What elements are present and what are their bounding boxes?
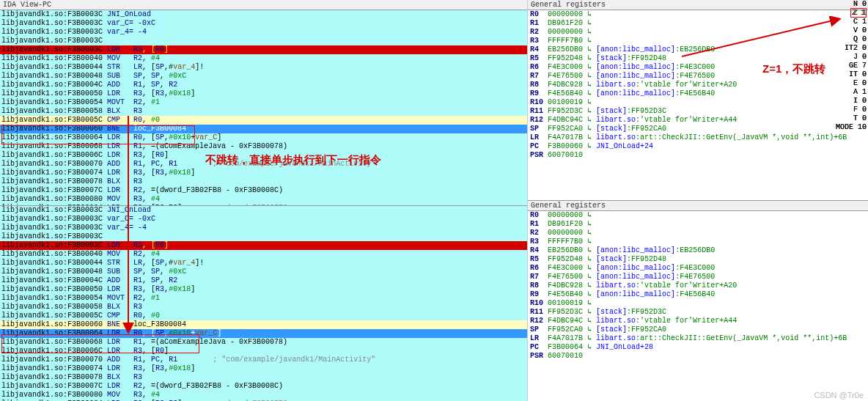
register-row[interactable]: R1 DB961F20 ↳	[528, 220, 868, 229]
left-column: IDA View-PC libjavandk1.so:F3B0003C JNI_…	[0, 0, 528, 401]
disasm-line[interactable]: libjavandk1.so:F3B0003C JNI_OnLoad	[0, 10, 527, 19]
disasm-line[interactable]: libjavandk1.so:F3B00074 LDR R3, [R3,#0x1…	[0, 169, 527, 177]
register-row[interactable]: PC F3B00064 ↳ JNI_OnLoad+28	[528, 343, 868, 352]
disasm-line[interactable]: libjavandk1.so:F3B0004C ADD R1, SP, R2	[0, 81, 527, 89]
disasm-line[interactable]: libjavandk1.so:F3B00054 MOVT R2, #1	[0, 294, 527, 303]
disasm-line[interactable]: libjavandk1.so:F3B0007C LDR R2, =(dword_…	[0, 382, 527, 391]
disasm-line[interactable]: libjavandk1.so:F3B00080 MOV R3, #4	[0, 195, 527, 204]
register-row[interactable]: R0 00000000 ↳	[528, 10, 868, 19]
register-row[interactable]: R1 DB961F20 ↳	[528, 19, 868, 28]
disasm-pane-top[interactable]: libjavandk1.so:F3B0003C JNI_OnLoadlibjav…	[0, 10, 527, 206]
disasm-line[interactable]: libjavandk1.so:F3B0003C LDR R3, [R0]	[0, 241, 527, 250]
disasm-line[interactable]: libjavandk1.so:F3B00078 BLX R3	[0, 373, 527, 382]
register-row[interactable]: R9 F4E56B40 ↳ [anon:libc_malloc]:F4E56B4…	[528, 290, 868, 299]
disasm-line[interactable]: libjavandk1.so:F3B00064 LDR R0, [SP,#0x1…	[0, 133, 527, 142]
register-row[interactable]: R8 F4DBC928 ↳ libart.so:'vtable for'Writ…	[528, 81, 868, 89]
register-row[interactable]: R11 FF952D3C ↳ [stack]:FF952D3C	[528, 308, 868, 317]
annotation-right: Z=1，不跳转	[762, 62, 825, 76]
disasm-line[interactable]: libjavandk1.so:F3B0004C ADD R1, SP, R2	[0, 276, 527, 285]
disasm-line[interactable]: libjavandk1.so:F3B00044 STR LR, [SP,#var…	[0, 259, 527, 268]
disasm-line[interactable]: libjavandk1.so:F3B00078 BLX R3	[0, 177, 527, 186]
disasm-line[interactable]: libjavandk1.so:F3B0003C var_C= -0xC	[0, 19, 527, 28]
disasm-line[interactable]: libjavandk1.so:F3B00064 LDR R0, [SP,#0x1…	[0, 329, 527, 338]
register-row[interactable]: PC F3B00060 ↳ JNI_OnLoad+24	[528, 142, 868, 151]
register-row[interactable]: PSR 60070010	[528, 352, 868, 361]
register-row[interactable]: PSR 60070010	[528, 151, 868, 160]
disasm-line[interactable]: libjavandk1.so:F3B00050 LDR R3, [R3,#0x1…	[0, 285, 527, 294]
disasm-line[interactable]: libjavandk1.so:F3B0003C	[0, 37, 527, 45]
register-row[interactable]: LR F4A7017B ↳ libart.so:art::CheckJII::G…	[528, 133, 868, 142]
disasm-line[interactable]: libjavandk1.so:F3B00044 STR LR, [SP,#var…	[0, 63, 527, 72]
disasm-line[interactable]: libjavandk1.so:F3B00050 LDR R3, [R3,#0x1…	[0, 89, 527, 98]
register-row[interactable]: R6 F4E3C000 ↳ [anon:libc_malloc]:F4E3C00…	[528, 264, 868, 273]
disasm-line[interactable]: libjavandk1.so:F3B0005C CMP R0, #0	[0, 312, 527, 320]
register-row[interactable]: SP FF952CA0 ↳ [stack]:FF952CA0	[528, 325, 868, 334]
disasm-line[interactable]: libjavandk1.so:F3B0003C LDR R3, [R0]	[0, 45, 527, 54]
disasm-line[interactable]: libjavandk1.so:F3B00068 LDR R1, =(aComEx…	[0, 338, 527, 347]
register-row[interactable]: R4 EB256DB0 ↳ [anon:libc_malloc]:EB256DB…	[528, 45, 868, 54]
register-row[interactable]: R7 F4E76500 ↳ [anon:libc_malloc]:F4E7650…	[528, 273, 868, 282]
register-row[interactable]: R9 F4E56B40 ↳ [anon:libc_malloc]:F4E56B4…	[528, 89, 868, 98]
register-row[interactable]: SP FF952CA0 ↳ [stack]:FF952CA0	[528, 125, 868, 133]
disasm-line[interactable]: libjavandk1.so:F3B00080 MOV R3, #4	[0, 391, 527, 400]
main-layout: IDA View-PC libjavandk1.so:F3B0003C JNI_…	[0, 0, 868, 401]
register-row[interactable]: R4 EB256DB0 ↳ [anon:libc_malloc]:EB256DB…	[528, 246, 868, 255]
disasm-line[interactable]: libjavandk1.so:F3B00058 BLX R3	[0, 303, 527, 312]
disasm-line[interactable]: libjavandk1.so:F3B0003C var_4= -4	[0, 224, 527, 232]
disasm-line[interactable]: libjavandk1.so:F3B0003C JNI_OnLoad	[0, 206, 527, 215]
disasm-line[interactable]: libjavandk1.so:F3B00068 LDR R1, =(aComEx…	[0, 142, 527, 151]
disasm-line[interactable]: libjavandk1.so:F3B00048 SUB SP, SP, #0xC	[0, 268, 527, 276]
annotation-left: 不跳转，直接单步执行到下一行指令	[205, 153, 381, 167]
disasm-line[interactable]: libjavandk1.so:F3B0003C	[0, 232, 527, 241]
register-row[interactable]: LR F4A7017B ↳ libart.so:art::CheckJII::G…	[528, 334, 868, 343]
register-row[interactable]: R5 FF952D48 ↳ [stack]:FF952D48	[528, 255, 868, 264]
right-column: General registers N 0 Z 1 C 1 V 0 Q 0 IT…	[528, 0, 868, 401]
disasm-line[interactable]: libjavandk1.so:F3B00060 BNE loc_F3B00084	[0, 125, 527, 133]
register-row[interactable]: R8 F4DBC928 ↳ libart.so:'vtable for'Writ…	[528, 282, 868, 290]
disasm-line[interactable]: libjavandk1.so:F3B0006C LDR R3, [R0]	[0, 347, 527, 356]
disasm-pane-bottom[interactable]: libjavandk1.so:F3B0003C JNI_OnLoadlibjav…	[0, 206, 527, 401]
disasm-line[interactable]: libjavandk1.so:F3B00054 MOVT R2, #1	[0, 98, 527, 107]
register-row[interactable]: R11 FF952D3C ↳ [stack]:FF952D3C	[528, 107, 868, 116]
register-row[interactable]: R3 FFFFF7B0 ↳	[528, 37, 868, 45]
register-row[interactable]: R12 F4DBC94C ↳ libart.so:'vtable for'Wri…	[528, 317, 868, 325]
disasm-line[interactable]: libjavandk1.so:F3B00070 ADD R1, PC, R1 ;…	[0, 356, 527, 364]
disasm-line[interactable]: libjavandk1.so:F3B00058 BLX R3	[0, 107, 527, 116]
register-row[interactable]: R3 FFFFF7B0 ↳	[528, 238, 868, 246]
disasm-line[interactable]: libjavandk1.so:F3B00040 MOV R2, #4	[0, 250, 527, 259]
disasm-line[interactable]: libjavandk1.so:F3B00040 MOV R2, #4	[0, 54, 527, 63]
registers-title-2: General registers	[528, 201, 868, 211]
register-row[interactable]: R10 00100019 ↳	[528, 299, 868, 308]
disasm-line[interactable]: libjavandk1.so:F3B0003C var_C= -0xC	[0, 215, 527, 224]
registers-pane-top[interactable]: N 0 Z 1 C 1 V 0 Q 0 IT2 0 J 0 GE 7 IT 0 …	[528, 10, 868, 201]
disasm-title: IDA View-PC	[0, 0, 527, 10]
disasm-line[interactable]: libjavandk1.so:F3B00060 BNE loc_F3B00084	[0, 320, 527, 329]
registers-title: General registers	[528, 0, 868, 10]
register-row[interactable]: R2 00000000 ↳	[528, 229, 868, 238]
register-row[interactable]: R12 F4DBC94C ↳ libart.so:'vtable for'Wri…	[528, 116, 868, 125]
watermark: CSDN @Tr0e	[814, 391, 864, 400]
register-row[interactable]: R2 00000000 ↳	[528, 28, 868, 37]
disasm-line[interactable]: libjavandk1.so:F3B0007C LDR R2, =(dword_…	[0, 186, 527, 195]
register-row[interactable]: R10 00100019 ↳	[528, 98, 868, 107]
registers-pane-bottom[interactable]: N 0 Z 1 C 1 V 0 Q 0 IT2 0 J 0 GE 7 IT 0 …	[528, 211, 868, 401]
disasm-line[interactable]: libjavandk1.so:F3B0003C var_4= -4	[0, 28, 527, 37]
disasm-line[interactable]: libjavandk1.so:F3B00074 LDR R3, [R3,#0x1…	[0, 364, 527, 373]
register-row[interactable]: R0 00000000 ↳	[528, 211, 868, 220]
disasm-line[interactable]: libjavandk1.so:F3B0005C CMP R0, #0	[0, 116, 527, 125]
disasm-line[interactable]: libjavandk1.so:F3B00048 SUB SP, SP, #0xC	[0, 72, 527, 81]
